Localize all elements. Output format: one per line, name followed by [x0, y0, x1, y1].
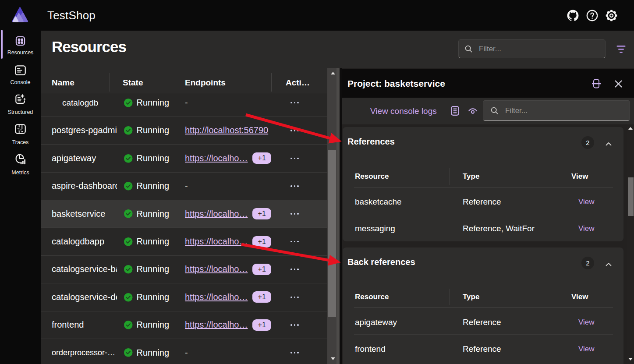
top-bar: TestShop	[0, 0, 634, 31]
sidebar-item-console[interactable]: Console	[0, 65, 41, 85]
endpoint-count-badge[interactable]: +1	[252, 319, 271, 331]
view-link[interactable]: View	[578, 214, 595, 243]
more-actions-icon[interactable]	[290, 265, 299, 274]
table-row[interactable]: orderprocessor-… Running -	[41, 339, 327, 364]
more-actions-icon[interactable]	[290, 126, 299, 135]
state-text: Running	[137, 181, 170, 191]
state-text: Running	[137, 125, 170, 135]
table-row[interactable]: aspire-dashboard Running -	[41, 173, 327, 200]
endpoint-link[interactable]: http://localhost:56790	[185, 125, 268, 135]
reference-resource: basketcache	[355, 187, 402, 216]
scroll-down-arrow-icon[interactable]	[628, 358, 633, 360]
column-header-endpoints[interactable]: Endpoints	[185, 70, 226, 95]
table-row[interactable]: catalogdb Running -	[41, 93, 327, 117]
close-icon[interactable]	[613, 78, 624, 89]
watch-eye-icon[interactable]	[467, 105, 479, 117]
column-header-resource[interactable]: Resource	[355, 286, 389, 308]
reference-resource: apigateway	[355, 308, 397, 336]
sidebar-item-traces[interactable]: Traces	[0, 124, 41, 145]
collapse-chevron-icon[interactable]	[606, 140, 612, 148]
references-section: References 2 Resource Type View basketca…	[343, 127, 623, 241]
table-scrollbar[interactable]	[327, 68, 340, 364]
console-logs-document-icon[interactable]	[449, 105, 461, 117]
table-header: Name State Endpoints Acti…	[41, 68, 327, 93]
more-actions-icon[interactable]	[290, 348, 299, 357]
table-row[interactable]: apigateway Running https://localho… +1	[41, 145, 327, 172]
scroll-up-arrow-icon[interactable]	[628, 127, 633, 130]
table-row[interactable]: catalogservice-ba Running https://localh…	[41, 256, 327, 283]
resource-name: postgres-pgadmi	[52, 125, 117, 135]
endpoint-count-badge[interactable]: +1	[252, 152, 271, 164]
settings-gear-icon[interactable]	[605, 9, 617, 21]
sidebar-item-label: Resources	[0, 49, 41, 56]
endpoint-count-badge[interactable]: +1	[252, 291, 271, 303]
endpoint-link[interactable]: https://localho…	[185, 237, 248, 247]
help-icon[interactable]	[586, 9, 598, 21]
resource-name: catalogservice-ba	[52, 264, 117, 274]
sidebar-item-structured[interactable]: Structured	[0, 93, 41, 115]
column-header-actions[interactable]: Acti…	[286, 70, 315, 95]
endpoint-link[interactable]: https://localho…	[185, 153, 248, 163]
count-badge: 2	[581, 257, 594, 269]
column-header-view[interactable]: View	[571, 286, 588, 308]
scroll-up-arrow-icon[interactable]	[331, 72, 335, 74]
more-actions-icon[interactable]	[290, 154, 299, 163]
column-header-type[interactable]: Type	[463, 166, 479, 187]
endpoint-count-badge[interactable]: +1	[252, 236, 271, 247]
sidebar-item-metrics[interactable]: Metrics	[0, 153, 41, 176]
details-panel-title: Project: basketservice	[347, 69, 445, 98]
more-actions-icon[interactable]	[290, 321, 299, 329]
column-header-view[interactable]: View	[571, 166, 588, 187]
endpoint-link[interactable]: https://localho…	[185, 292, 248, 302]
state-cell: Running	[117, 237, 172, 247]
endpoint-count-badge[interactable]: +1	[252, 264, 271, 275]
state-text: Running	[137, 153, 170, 163]
resource-name: apigateway	[52, 153, 96, 163]
more-actions-icon[interactable]	[290, 237, 299, 246]
column-header-resource[interactable]: Resource	[355, 166, 389, 187]
column-header-type[interactable]: Type	[463, 286, 479, 308]
column-header-state[interactable]: State	[123, 70, 143, 95]
table-row[interactable]: frontend Running https://localho… +1	[41, 311, 327, 339]
panel-scrollbar[interactable]	[627, 124, 634, 364]
table-scrollbar-thumb[interactable]	[328, 150, 336, 317]
resources-filter-input[interactable]: Filter...	[458, 39, 606, 58]
more-actions-icon[interactable]	[290, 293, 299, 301]
view-link[interactable]: View	[578, 187, 595, 216]
endpoint-link[interactable]: https://localho…	[185, 264, 248, 274]
split-panel-icon[interactable]	[591, 78, 602, 89]
resource-name: catalogdb	[62, 98, 98, 107]
running-check-icon	[124, 237, 133, 247]
endpoint-link[interactable]: https://localho…	[185, 209, 248, 219]
filter-icon[interactable]	[613, 42, 628, 56]
reference-resource: frontend	[355, 335, 386, 363]
more-actions-icon[interactable]	[290, 209, 299, 218]
resource-name: aspire-dashboard	[52, 181, 117, 191]
endpoint-count-badge[interactable]: +1	[252, 208, 271, 219]
reference-resource: messaging	[355, 214, 395, 243]
state-text: Running	[137, 209, 170, 219]
running-check-icon	[124, 98, 133, 108]
view-link[interactable]: View	[578, 308, 595, 336]
endpoint-link[interactable]: https://localho…	[185, 320, 248, 330]
view-console-logs-link[interactable]: View console logs	[370, 98, 437, 124]
table-row[interactable]: basketservice Running https://localho… +…	[41, 200, 327, 228]
panel-scrollbar-thumb[interactable]	[628, 177, 634, 216]
panel-filter-input[interactable]: Filter...	[483, 100, 630, 121]
collapse-chevron-icon[interactable]	[606, 260, 612, 268]
table-row[interactable]: catalogservice-de Running https://localh…	[41, 283, 327, 311]
endpoints-cell: https://localho… +1	[172, 319, 271, 331]
column-header-name[interactable]: Name	[52, 70, 74, 95]
sidebar-item-resources[interactable]: Resources	[0, 35, 41, 56]
scroll-down-arrow-icon[interactable]	[331, 357, 335, 360]
view-link[interactable]: View	[578, 335, 595, 363]
more-actions-icon[interactable]	[290, 99, 299, 107]
github-icon[interactable]	[567, 9, 579, 21]
table-row[interactable]: catalogdbapp Running https://localho… +1	[41, 228, 327, 255]
more-actions-icon[interactable]	[290, 182, 299, 191]
aspire-logo-icon[interactable]	[12, 6, 28, 23]
filter-placeholder: Filter...	[505, 106, 528, 115]
running-check-icon	[124, 181, 133, 191]
table-row[interactable]: postgres-pgadmi Running http://localhost…	[41, 117, 327, 145]
running-check-icon	[124, 293, 133, 302]
